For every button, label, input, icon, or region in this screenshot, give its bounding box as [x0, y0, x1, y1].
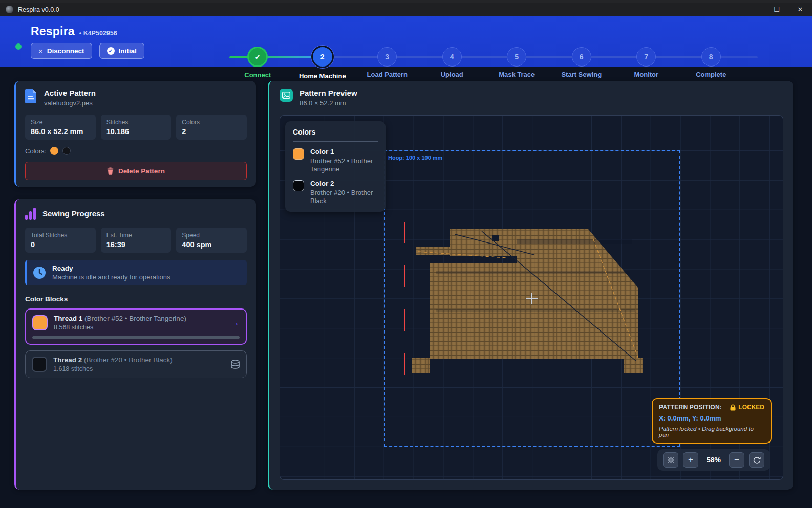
arrow-right-icon: →: [230, 317, 240, 328]
divider: [293, 141, 378, 142]
zoom-in-icon: +: [688, 455, 693, 465]
thread-2-swatch: [32, 357, 47, 372]
stat-colors: Colors 2: [176, 115, 247, 140]
zoom-toolbar: + 58% −: [657, 449, 770, 471]
trash-icon: [107, 167, 114, 175]
reset-view-icon: [753, 456, 761, 464]
stat-speed: Speed 400 spm: [176, 228, 247, 253]
card-title: Active Pattern: [44, 89, 96, 97]
pattern-position-overlay: PATTERN POSITION: LOCKED X: 0.0mm, Y: 0.…: [652, 398, 772, 444]
color-swatch-black: [62, 147, 71, 155]
machine-status-banner: Ready Machine is idle and ready for oper…: [25, 260, 247, 285]
clock-icon: [33, 266, 46, 279]
step-mask-trace[interactable]: 5 Mask Trace: [484, 33, 549, 80]
thread-1-block[interactable]: Thread 1 (Brother #52 • Brother Tangerin…: [25, 308, 247, 345]
brand-title: Respira: [31, 25, 75, 38]
colors-legend: Colors Color 1 Brother #52 • Brother Tan…: [285, 121, 386, 212]
titlebar: Respira v0.0.0 — ☐ ✕: [0, 0, 812, 16]
step-complete[interactable]: 8 Complete: [679, 33, 744, 80]
step-monitor[interactable]: 7 Monitor: [614, 33, 679, 80]
close-x-icon: ×: [38, 47, 43, 55]
file-icon: [25, 89, 37, 103]
position-label: PATTERN POSITION:: [659, 404, 722, 411]
fit-screen-icon: [667, 456, 675, 464]
machine-serial: • K4P502956: [79, 30, 117, 37]
embroidery-pattern: [405, 222, 660, 377]
zoom-in-button[interactable]: +: [683, 452, 698, 468]
colors-label: Colors:: [25, 147, 46, 155]
locked-badge: LOCKED: [730, 404, 764, 411]
workflow-stepper: ✓ Connect 2 Home Machine 3 Load Pattern …: [225, 33, 804, 83]
step-start-sewing[interactable]: 6 Start Sewing: [549, 33, 614, 80]
legend-title: Colors: [293, 128, 378, 136]
delete-pattern-button[interactable]: Delete Pattern: [25, 162, 247, 180]
step-connect[interactable]: ✓ Connect: [225, 33, 290, 80]
stat-size: Size 86.0 x 52.2 mm: [25, 115, 96, 140]
position-coordinates: X: 0.0mm, Y: 0.0mm: [659, 414, 764, 422]
card-title: Sewing Progress: [42, 209, 105, 218]
zoom-out-icon: −: [734, 455, 739, 465]
window-title: Respira v0.0.0: [18, 6, 59, 13]
check-circle-icon: ✓: [107, 47, 115, 55]
legend-swatch-black: [293, 180, 304, 191]
sewing-progress-card: Sewing Progress Total Stitches 0 Est. Ti…: [14, 199, 256, 490]
status-title: Ready: [52, 264, 170, 272]
status-desc: Machine is idle and ready for operations: [52, 273, 170, 281]
stat-est-time: Est. Time 16:39: [101, 228, 172, 253]
layers-icon: [230, 360, 240, 369]
step-home-machine[interactable]: 2 Home Machine: [290, 33, 355, 80]
card-title: Pattern Preview: [300, 89, 357, 97]
stat-total-stitches: Total Stitches 0: [25, 228, 96, 253]
step-upload[interactable]: 4 Upload: [420, 33, 485, 80]
pattern-dimensions: 86.0 × 52.2 mm: [300, 99, 357, 107]
position-hint: Pattern locked • Drag background to pan: [659, 426, 764, 438]
initial-button[interactable]: ✓ Initial: [99, 43, 144, 59]
legend-swatch-tangerine: [293, 148, 304, 160]
thread-1-name: Thread 1 (Brother #52 • Brother Tangerin…: [54, 315, 186, 322]
image-icon: [280, 89, 293, 102]
active-pattern-card: Active Pattern valetudogv2.pes Size 86.0…: [14, 81, 256, 187]
lock-icon: [730, 404, 736, 411]
hoop-label: Hoop: 100 x 100 mm: [388, 154, 442, 161]
check-icon: ✓: [247, 47, 268, 67]
thread-1-progress-bar: [32, 336, 240, 339]
legend-item-color-2: Color 2 Brother #20 • Brother Black: [293, 180, 378, 206]
thread-1-stitches: 8.568 stitches: [54, 324, 186, 331]
app-header: Respira • K4P502956 × Disconnect ✓ Initi…: [0, 16, 812, 67]
zoom-out-button[interactable]: −: [729, 452, 744, 468]
maximize-button[interactable]: ☐: [765, 3, 788, 16]
preview-canvas[interactable]: Hoop: 100 x 100 mm: [280, 115, 783, 480]
disconnect-button[interactable]: × Disconnect: [31, 43, 92, 59]
color-blocks-heading: Color Blocks: [25, 295, 247, 303]
stat-stitches: Stitches 10.186: [101, 115, 172, 140]
step-load-pattern[interactable]: 3 Load Pattern: [355, 33, 420, 80]
thread-1-swatch: [32, 315, 48, 330]
thread-2-block[interactable]: Thread 2 (Brother #20 • Brother Black) 1…: [25, 350, 247, 378]
fit-screen-button[interactable]: [663, 452, 678, 468]
thread-2-name: Thread 2 (Brother #20 • Brother Black): [53, 356, 173, 364]
pattern-preview-card: Pattern Preview 86.0 × 52.2 mm Hoop: 100…: [268, 81, 793, 490]
zoom-level: 58%: [703, 456, 724, 464]
thread-2-stitches: 1.618 stitches: [53, 365, 173, 372]
legend-item-color-1: Color 1 Brother #52 • Brother Tangerine: [293, 148, 378, 174]
color-swatch-tangerine: [50, 147, 58, 155]
pattern-filename: valetudogv2.pes: [44, 99, 96, 107]
app-icon: [6, 6, 13, 13]
bar-chart-icon: [25, 208, 36, 220]
minimize-button[interactable]: —: [741, 3, 765, 16]
reset-view-button[interactable]: [749, 452, 764, 468]
close-button[interactable]: ✕: [788, 3, 812, 16]
app-window: Respira v0.0.0 — ☐ ✕ Respira • K4P502956…: [0, 0, 812, 508]
connection-status-dot: [15, 43, 22, 50]
